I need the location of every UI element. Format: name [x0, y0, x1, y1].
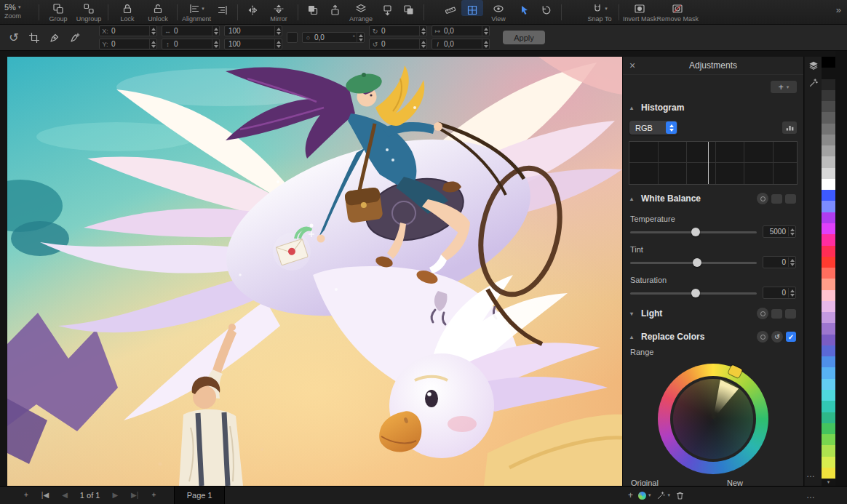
color-swatch[interactable] [822, 90, 835, 101]
layers-tab[interactable] [805, 57, 822, 74]
color-swatch[interactable] [822, 246, 835, 257]
replace-colors-section-header[interactable]: ▴ Replace Colors ↺ ✓ [623, 323, 803, 346]
delete-adjustment-button[interactable] [675, 491, 685, 500]
scale-y-field[interactable]: 100 [224, 39, 282, 49]
color-swatch[interactable] [822, 412, 835, 423]
scale-y-stepper[interactable] [274, 39, 282, 49]
new-page-button[interactable]: + [145, 487, 162, 504]
zoom-control[interactable]: 5%▾ Zoom [0, 0, 35, 20]
color-swatch[interactable] [822, 379, 835, 390]
scale-x-stepper[interactable] [274, 26, 282, 36]
send-to-back-button[interactable] [398, 0, 420, 16]
height-field[interactable]: ↕ 0 [162, 39, 220, 49]
rotate-cw-field[interactable]: ↻ 0 [369, 25, 427, 36]
color-swatch[interactable] [822, 401, 835, 412]
scale-x-field[interactable]: 100 [224, 25, 282, 36]
color-swatch[interactable] [822, 445, 835, 456]
alignment-button[interactable]: ▾ Alignment [181, 0, 212, 23]
light-auto-button[interactable] [757, 308, 768, 319]
bring-forward-button[interactable] [324, 0, 346, 16]
color-swatch[interactable] [822, 390, 835, 401]
color-swatch[interactable] [822, 279, 835, 289]
light-section-header[interactable]: ▾ Light [623, 300, 803, 323]
rulers-button[interactable] [440, 0, 461, 16]
snap-to-button[interactable]: ▾ Snap To [584, 0, 615, 23]
light-option-button-1[interactable] [771, 309, 782, 319]
white-balance-section-header[interactable]: ▴ White Balance [623, 185, 803, 208]
histogram-mode-button[interactable] [782, 121, 797, 134]
color-swatch[interactable] [822, 124, 835, 135]
saturation-slider[interactable] [630, 288, 757, 298]
skew-y-field[interactable]: I 0,0 [432, 39, 490, 49]
mirror-button[interactable]: Mirror [263, 0, 294, 23]
canvas[interactable] [7, 57, 622, 486]
color-swatch[interactable] [822, 312, 835, 323]
color-swatch[interactable] [822, 57, 835, 68]
apply-button[interactable]: Apply [503, 31, 545, 44]
color-swatch[interactable] [822, 135, 835, 145]
color-swatch[interactable] [822, 201, 835, 212]
y-position-field[interactable]: Y: 0 [99, 39, 157, 49]
rotate-ccw-stepper[interactable] [419, 39, 426, 49]
wb-option-button-1[interactable] [771, 194, 782, 204]
edit-points-button[interactable] [47, 30, 63, 46]
rotate-ccw-field[interactable]: ↺ 0 [369, 39, 427, 49]
collapse-panels-button[interactable]: » [830, 0, 847, 15]
color-swatch[interactable] [822, 423, 835, 434]
x-stepper[interactable] [149, 26, 156, 36]
color-swatch[interactable] [822, 68, 835, 79]
replace-colors-auto-button[interactable] [757, 331, 768, 343]
x-position-field[interactable]: X: 0 [99, 25, 157, 36]
arrange-button[interactable]: Arrange [346, 0, 376, 23]
replace-colors-reset-button[interactable]: ↺ [771, 331, 783, 343]
first-page-button[interactable]: |◀ [35, 487, 55, 504]
color-swatch[interactable] [822, 112, 835, 123]
temperature-value-field[interactable]: 5000 [763, 225, 796, 238]
bring-to-front-button[interactable] [302, 0, 324, 16]
reset-transform-button[interactable]: ↺ [6, 30, 22, 46]
slider-thumb[interactable] [691, 228, 700, 236]
color-swatch[interactable] [822, 468, 835, 479]
color-swatch[interactable] [822, 168, 835, 179]
wb-option-button-2[interactable] [785, 194, 796, 204]
hue-color-wheel[interactable] [658, 364, 768, 474]
last-page-button[interactable]: ▶| [124, 487, 145, 504]
slider-thumb[interactable] [693, 258, 701, 267]
color-swatch[interactable] [822, 257, 835, 268]
color-swatch[interactable] [822, 145, 835, 156]
next-page-button[interactable]: ▶ [106, 487, 124, 504]
page-tab[interactable]: Page 1 [174, 487, 225, 504]
bottombar-overflow-button[interactable]: … [806, 487, 816, 504]
replace-colors-enabled-checkbox[interactable]: ✓ [786, 332, 796, 342]
temperature-slider[interactable] [630, 227, 757, 237]
view-button[interactable]: View [483, 0, 514, 23]
color-swatch[interactable] [822, 79, 835, 90]
skew-y-stepper[interactable] [482, 39, 489, 49]
width-stepper[interactable] [212, 26, 219, 36]
color-swatch[interactable] [822, 457, 835, 468]
add-page-button[interactable]: + [17, 487, 35, 504]
color-swatch[interactable] [822, 268, 835, 279]
auto-presets-dropdown[interactable]: ▾ [656, 491, 671, 500]
color-swatch[interactable] [822, 367, 835, 378]
add-points-button[interactable] [67, 30, 83, 46]
color-swatch[interactable] [822, 156, 835, 167]
invert-mask-button[interactable]: Invert Mask [623, 0, 657, 23]
rotate-view-button[interactable] [536, 0, 557, 16]
color-swatch[interactable] [822, 212, 835, 223]
align-right-button[interactable] [212, 0, 234, 16]
color-swatch[interactable] [822, 301, 835, 312]
crop-button[interactable] [26, 30, 42, 46]
color-swatch[interactable] [822, 101, 835, 112]
unlock-button[interactable]: Unlock [143, 0, 173, 23]
color-swatch[interactable] [822, 290, 835, 301]
add-adjustment-button[interactable]: + ▾ [771, 81, 797, 93]
wb-auto-button[interactable] [757, 193, 768, 204]
send-backward-button[interactable] [376, 0, 398, 16]
color-swatch[interactable] [822, 223, 835, 234]
remove-mask-button[interactable]: Remove Mask [657, 0, 699, 23]
lock-button[interactable]: Lock [112, 0, 143, 23]
tint-value-field[interactable]: 0 [763, 256, 796, 268]
color-swatch[interactable] [822, 234, 835, 245]
height-stepper[interactable] [212, 39, 219, 49]
